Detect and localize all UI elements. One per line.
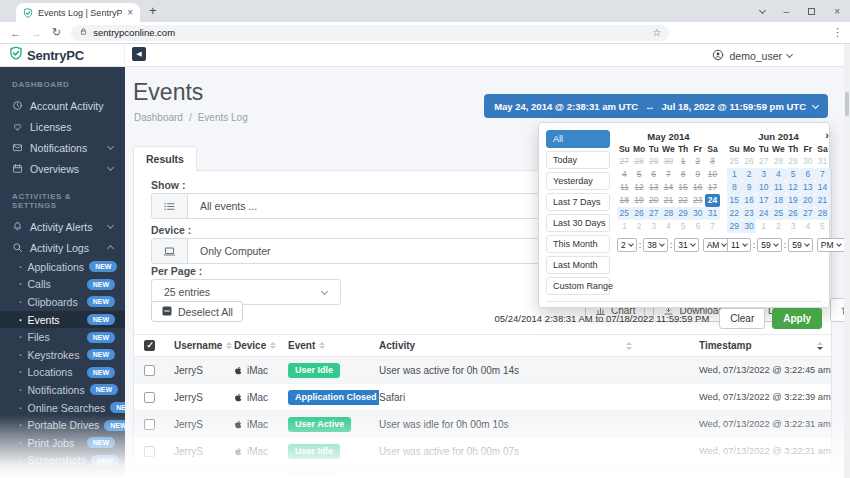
calendar-day[interactable]: 21: [661, 194, 676, 207]
calendar-day[interactable]: 1: [756, 220, 771, 233]
calendar-day[interactable]: 6: [690, 220, 705, 233]
clear-button[interactable]: Clear: [719, 308, 765, 329]
calendar-day[interactable]: 1: [676, 155, 691, 168]
calendar-day[interactable]: 8: [727, 181, 742, 194]
sidebar-item-notifications[interactable]: Notifications: [0, 137, 125, 158]
start-hour-select[interactable]: 2: [617, 238, 637, 252]
calendar-day[interactable]: 22: [727, 207, 742, 220]
calendar-day[interactable]: 26: [632, 207, 647, 220]
calendar-day[interactable]: 16: [690, 181, 705, 194]
calendar-day[interactable]: 20: [646, 194, 661, 207]
calendar-day[interactable]: 30: [690, 207, 705, 220]
calendar-day[interactable]: 26: [786, 207, 801, 220]
sidebar-subitem-notifications[interactable]: ·NotificationsNEW: [0, 381, 125, 399]
col-username[interactable]: Username: [174, 340, 234, 351]
sidebar-item-activity-logs[interactable]: Activity Logs: [0, 237, 125, 258]
calendar-day[interactable]: 14: [661, 181, 676, 194]
calendar-day[interactable]: 7: [661, 168, 676, 181]
tab-search-icon[interactable]: [760, 10, 765, 13]
sidebar-subitem-locations[interactable]: ·LocationsNEW: [0, 364, 125, 382]
calendar-day[interactable]: 11: [617, 181, 632, 194]
end-ampm-select[interactable]: PM: [817, 238, 845, 252]
sidebar-subitem-online-searches[interactable]: ·Online SearchesNEW: [0, 399, 125, 417]
calendar-day[interactable]: 13: [800, 181, 815, 194]
sidebar-item-account-activity[interactable]: Account Activity: [0, 95, 125, 116]
sidebar-item-overviews[interactable]: Overviews: [0, 158, 125, 179]
sidebar-subitem-events[interactable]: ·EventsNEW: [0, 311, 125, 329]
sort-icon[interactable]: [319, 342, 325, 350]
calendar-day[interactable]: 3: [786, 220, 801, 233]
sort-icon[interactable]: [226, 342, 232, 350]
calendar-day[interactable]: 28: [771, 155, 786, 168]
calendar-day[interactable]: 31: [815, 155, 830, 168]
scrollbar-thumb[interactable]: [845, 92, 849, 116]
tab-close-icon[interactable]: ×: [127, 8, 133, 18]
calendar-day[interactable]: 29: [676, 207, 691, 220]
minimize-icon[interactable]: –: [784, 6, 790, 17]
tab-results[interactable]: Results: [133, 146, 197, 171]
end-hour-select[interactable]: 11: [727, 238, 751, 252]
calendar-day[interactable]: 3: [705, 155, 720, 168]
calendar-day[interactable]: 15: [727, 194, 742, 207]
calendar-day[interactable]: 2: [632, 220, 647, 233]
sidebar-subitem-files[interactable]: ·FilesNEW: [0, 328, 125, 346]
close-icon[interactable]: ×: [834, 6, 840, 17]
calendar-day[interactable]: 14: [815, 181, 830, 194]
calendar-day[interactable]: 18: [617, 194, 632, 207]
calendar-day[interactable]: 27: [756, 155, 771, 168]
row-checkbox[interactable]: [144, 392, 155, 403]
calendar-day[interactable]: 4: [771, 168, 786, 181]
preset-last-month[interactable]: Last Month: [546, 256, 610, 274]
calendar-day[interactable]: 29: [786, 155, 801, 168]
start-minute-select[interactable]: 38: [643, 238, 667, 252]
calendar-day[interactable]: 24: [756, 207, 771, 220]
user-menu[interactable]: demo_user: [712, 44, 792, 67]
sidebar-subitem-clipboards[interactable]: ·ClipboardsNEW: [0, 293, 125, 311]
calendar-next-icon[interactable]: ›: [825, 129, 829, 142]
preset-this-month[interactable]: This Month: [546, 235, 610, 253]
calendar-day[interactable]: 5: [676, 220, 691, 233]
calendar-day[interactable]: 9: [742, 181, 757, 194]
calendar-day[interactable]: 5: [815, 220, 830, 233]
table-row[interactable]: JerrySiMacApplication ClosedSafariWed, 0…: [134, 384, 831, 411]
select-all-checkbox[interactable]: [144, 340, 155, 351]
row-checkbox[interactable]: [144, 446, 155, 457]
breadcrumb-dashboard[interactable]: Dashboard: [134, 112, 183, 123]
calendar-day[interactable]: 17: [705, 181, 720, 194]
calendar-day[interactable]: 20: [800, 194, 815, 207]
calendar-day[interactable]: 4: [617, 168, 632, 181]
scrollbar[interactable]: [844, 44, 850, 478]
calendar-day[interactable]: 17: [756, 194, 771, 207]
calendar-day[interactable]: 16: [742, 194, 757, 207]
calendar-day[interactable]: 30: [661, 155, 676, 168]
row-checkbox[interactable]: [144, 419, 155, 430]
calendar-day[interactable]: 27: [800, 207, 815, 220]
sort-icon[interactable]: [817, 342, 823, 350]
calendar-day[interactable]: 29: [646, 155, 661, 168]
new-tab-button[interactable]: +: [149, 3, 157, 18]
bookmark-star-icon[interactable]: ☆: [652, 27, 661, 38]
calendar-day[interactable]: 2: [690, 155, 705, 168]
calendar-day[interactable]: 3: [646, 220, 661, 233]
calendar-day[interactable]: 29: [727, 220, 742, 233]
calendar-day[interactable]: 19: [632, 194, 647, 207]
sidebar-subitem-keystrokes[interactable]: ·KeystrokesNEW: [0, 346, 125, 364]
calendar-day[interactable]: 12: [786, 181, 801, 194]
maximize-icon[interactable]: [808, 8, 815, 15]
calendar-day[interactable]: 22: [676, 194, 691, 207]
calendar-day[interactable]: 6: [646, 168, 661, 181]
calendar-day[interactable]: 8: [676, 168, 691, 181]
calendar-day[interactable]: 2: [742, 168, 757, 181]
sidebar-subitem-portable-drives[interactable]: ·Portable DrivesNEW: [0, 416, 125, 434]
sidebar-subitem-print-jobs[interactable]: ·Print JobsNEW: [0, 434, 125, 452]
col-timestamp[interactable]: Timestamp: [699, 340, 833, 351]
table-row[interactable]: JerrySiMacUser IdleUser was active for 0…: [134, 438, 831, 465]
calendar-day[interactable]: 1: [617, 220, 632, 233]
calendar-day[interactable]: 10: [756, 181, 771, 194]
sidebar-collapse-button[interactable]: ◀: [132, 47, 146, 61]
row-checkbox[interactable]: [144, 365, 155, 376]
calendar-day[interactable]: 7: [815, 168, 830, 181]
calendar-day[interactable]: 28: [815, 207, 830, 220]
calendar-day[interactable]: 27: [646, 207, 661, 220]
row-checkbox[interactable]: [144, 473, 155, 478]
